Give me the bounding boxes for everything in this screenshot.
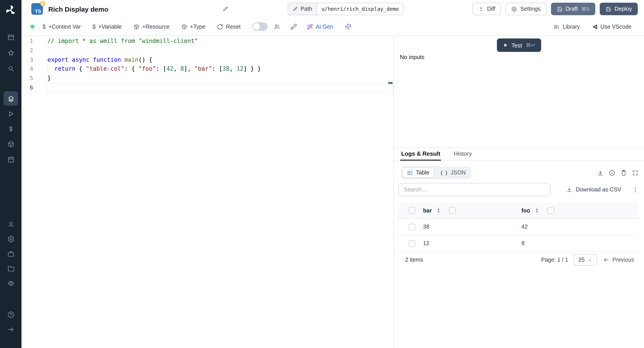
draft-shortcut: ⌘S — [581, 6, 590, 12]
arrow-left-icon — [603, 257, 609, 263]
search-input[interactable] — [398, 183, 550, 196]
briefcase-icon — [7, 250, 14, 258]
sidebar-item-favorites[interactable] — [4, 46, 18, 60]
library-icon — [554, 24, 560, 30]
save-icon — [606, 6, 611, 12]
tab-history[interactable]: History — [453, 148, 473, 160]
sidebar-item-apps[interactable] — [4, 30, 18, 44]
ai-gen-button[interactable]: AI Gen — [307, 24, 333, 30]
line-number: 6 — [22, 83, 46, 92]
toggle-knob — [253, 23, 260, 30]
header: TS Rich Display demo Path u/henri/rich_d… — [22, 0, 644, 18]
eye-icon — [7, 279, 14, 287]
reset-button[interactable]: Reset — [217, 24, 240, 30]
column-header-bar[interactable]: bar — [423, 207, 432, 214]
table-icon — [407, 170, 413, 176]
download-result-icon[interactable] — [597, 169, 604, 176]
page-title: Rich Display demo — [48, 5, 108, 13]
add-type-button[interactable]: +Type — [181, 24, 206, 30]
code-line[interactable] — [46, 83, 394, 92]
braces-icon: { } — [440, 170, 448, 176]
tab-logs-result[interactable]: Logs & Result — [400, 148, 441, 160]
page-indicator: Page: 1 / 1 — [541, 257, 568, 263]
deploy-button[interactable]: Deploy — [600, 3, 638, 15]
magic-wand-icon — [307, 24, 313, 30]
gear-icon — [7, 235, 14, 243]
test-shortcut: ⌘↵ — [526, 42, 536, 48]
download-csv-button[interactable]: Download as CSV — [566, 186, 621, 193]
sidebar-item-workers[interactable] — [4, 217, 18, 231]
code-line[interactable] — [46, 46, 394, 56]
home-icon — [7, 94, 14, 102]
column-header-foo[interactable]: foo — [522, 207, 530, 214]
view-table-button[interactable]: Table — [402, 167, 434, 178]
sidebar-item-home[interactable] — [4, 91, 18, 106]
cube-icon — [133, 24, 140, 30]
select-all-checkbox[interactable] — [409, 207, 416, 214]
path-value[interactable]: u/henri/rich_display_demo — [317, 3, 403, 15]
sidebar-item-resources[interactable] — [4, 137, 18, 151]
sidebar-item-search[interactable] — [4, 61, 18, 76]
result-toolbar: Table { } JSON — [401, 166, 640, 179]
path-control: Path u/henri/rich_display_demo — [288, 3, 404, 15]
sidebar-collapse-button[interactable] — [4, 322, 18, 336]
table-menu-kebab-icon[interactable] — [632, 186, 639, 193]
column-bar-checkbox[interactable] — [449, 207, 456, 214]
expand-result-icon[interactable] — [632, 169, 639, 176]
page-size-select[interactable]: 25 — [574, 254, 597, 266]
code-line[interactable]: export async function main() { — [46, 55, 394, 65]
table-header-row: bar foo — [398, 203, 639, 219]
collaborators-icon[interactable] — [274, 23, 280, 30]
sidebar-item-help[interactable] — [4, 307, 18, 322]
cube-icon — [181, 24, 188, 30]
sidebar-item-variables[interactable] — [4, 122, 18, 136]
diff-mode-toggle[interactable] — [252, 22, 268, 31]
draft-button[interactable]: Draft ⌘S — [551, 3, 595, 15]
info-icon[interactable] — [609, 169, 616, 176]
diff-button[interactable]: Diff — [472, 3, 501, 15]
status-dot — [30, 24, 34, 29]
sort-bar-icon[interactable] — [436, 208, 442, 213]
table-cell: 12 — [423, 240, 522, 246]
sidebar-item-schedules[interactable] — [4, 152, 18, 166]
windmill-logo[interactable] — [4, 4, 17, 16]
copy-result-icon[interactable] — [620, 169, 627, 176]
row-checkbox[interactable] — [409, 240, 416, 247]
path-edit-button[interactable]: Path — [288, 3, 317, 15]
column-foo-checkbox[interactable] — [548, 207, 554, 214]
sidebar-item-settings[interactable] — [4, 232, 18, 246]
add-variable-button[interactable]: $ +Variable — [92, 23, 122, 30]
result-tabs: Logs & Result History — [394, 148, 644, 161]
format-code-brush-icon[interactable] — [290, 23, 297, 30]
add-context-var-button[interactable]: $ +Context Var — [42, 23, 81, 30]
reset-icon — [217, 24, 224, 30]
sidebar-item-audit-logs[interactable] — [4, 276, 18, 290]
library-button[interactable]: Library — [554, 24, 580, 30]
test-button[interactable]: Test ⌘↵ — [497, 38, 541, 52]
previous-page-button[interactable]: Previous — [603, 257, 634, 263]
use-vscode-button[interactable]: Use VScode — [592, 24, 632, 30]
editor-gutter: 123456 — [22, 37, 46, 92]
code-line[interactable]: // import * as wmill from "windmill-clie… — [46, 37, 394, 46]
edit-summary-icon[interactable] — [222, 6, 228, 12]
cube-icon — [7, 140, 14, 148]
ai-sparkles-icon[interactable] — [345, 23, 352, 30]
row-checkbox[interactable] — [409, 224, 416, 230]
no-inputs-label: No inputs — [400, 54, 424, 60]
scrollbar-cursor-marker — [388, 82, 393, 84]
play-icon — [7, 110, 14, 118]
sort-foo-icon[interactable] — [534, 208, 540, 213]
sidebar-item-runs[interactable] — [4, 106, 18, 121]
result-table-body: 3842128 — [398, 219, 639, 252]
code-editor[interactable]: 123456 // import * as wmill from "windmi… — [22, 36, 394, 348]
sidebar-item-folders[interactable] — [4, 261, 18, 276]
sidebar-item-workspace[interactable] — [4, 246, 18, 261]
play-icon — [502, 42, 508, 48]
calendar-icon — [7, 156, 14, 163]
add-resource-button[interactable]: +Resource — [133, 24, 170, 30]
code-line[interactable]: return { "table-col": { "foo": [42, 8], … — [46, 65, 394, 74]
dollar-icon: $ — [42, 23, 46, 30]
settings-button[interactable]: Settings — [506, 3, 546, 15]
view-json-button[interactable]: { } JSON — [435, 167, 470, 178]
code-line[interactable]: } — [46, 74, 394, 83]
